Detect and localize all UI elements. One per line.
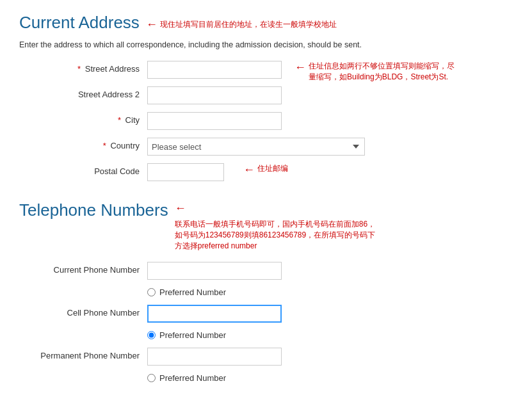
- section-header-current-address: Current Address ← 现住址填写目前居住的地址，在读生一般填学校地…: [19, 13, 513, 36]
- permanent-phone-preferred-radio[interactable]: [147, 374, 156, 382]
- permanent-phone-preferred-row: Preferred Number: [19, 373, 513, 383]
- postal-code-input[interactable]: [147, 163, 224, 181]
- current-phone-label: Current Phone Number: [19, 262, 147, 275]
- street-address-2-row: Street Address 2: [19, 86, 513, 104]
- tel-annotation: ← 联系电话一般填手机号码即可，国内手机号码在前面加86，如号码为1234567…: [175, 200, 380, 252]
- required-star-country: *: [103, 141, 106, 150]
- telephone-title: Telephone Numbers: [19, 200, 168, 220]
- current-address-annotation: ← 现住址填写目前居住的地址，在读生一般填学校地址: [146, 17, 337, 33]
- street-address-2-input[interactable]: [147, 86, 282, 104]
- current-phone-preferred-radio[interactable]: [147, 288, 156, 296]
- cell-phone-preferred-label: Preferred Number: [159, 330, 226, 340]
- arrow-icon-tel: ←: [175, 200, 186, 216]
- cell-phone-preferred-radio[interactable]: [147, 331, 156, 339]
- required-star-city: *: [118, 115, 121, 125]
- street-annotation: ← 住址信息如两行不够位置填写则能缩写，尽量缩写，如Building为BLDG，…: [294, 61, 461, 83]
- required-star: *: [77, 64, 81, 74]
- current-phone-preferred-row: Preferred Number: [19, 287, 513, 297]
- city-label: * City: [19, 112, 147, 125]
- telephone-section: Telephone Numbers ← 联系电话一般填手机号码即可，国内手机号码…: [19, 200, 513, 383]
- arrow-icon-title: ←: [146, 17, 157, 33]
- permanent-phone-row: Permanent Phone Number: [19, 348, 513, 366]
- street-address-row: * Street Address ← 住址信息如两行不够位置填写则能缩写，尽量缩…: [19, 61, 513, 79]
- street-arrow-icon: ←: [294, 60, 306, 76]
- tel-section-header: Telephone Numbers ← 联系电话一般填手机号码即可，国内手机号码…: [19, 200, 513, 252]
- current-phone-input[interactable]: [147, 262, 282, 280]
- cell-phone-row: Cell Phone Number: [19, 305, 513, 323]
- country-row: * Country Please select China United Sta…: [19, 138, 513, 156]
- current-phone-row: Current Phone Number: [19, 262, 513, 280]
- city-row: * City: [19, 112, 513, 130]
- postal-code-row: Postal Code ← 住址邮编: [19, 163, 513, 181]
- current-address-title: Current Address: [19, 13, 140, 33]
- country-label: * Country: [19, 138, 147, 150]
- postal-code-label: Postal Code: [19, 163, 147, 176]
- permanent-phone-preferred-label: Preferred Number: [159, 373, 226, 383]
- current-address-section: Current Address ← 现住址填写目前居住的地址，在读生一般填学校地…: [19, 13, 513, 181]
- cell-phone-label: Cell Phone Number: [19, 305, 147, 318]
- street-address-2-label: Street Address 2: [19, 86, 147, 99]
- street-address-label: * Street Address: [19, 61, 147, 74]
- postal-arrow-icon: ←: [243, 162, 255, 178]
- city-input[interactable]: [147, 112, 282, 130]
- cell-phone-input[interactable]: [147, 305, 282, 323]
- street-address-input[interactable]: [147, 61, 282, 79]
- postal-annotation: ← 住址邮编: [243, 163, 288, 178]
- cell-phone-preferred-row: Preferred Number: [19, 330, 513, 340]
- permanent-phone-input[interactable]: [147, 348, 282, 366]
- country-select[interactable]: Please select China United States United…: [147, 138, 365, 156]
- intro-text: Enter the address to which all correspon…: [19, 40, 513, 49]
- current-phone-preferred-label: Preferred Number: [159, 287, 226, 297]
- permanent-phone-label: Permanent Phone Number: [19, 348, 147, 360]
